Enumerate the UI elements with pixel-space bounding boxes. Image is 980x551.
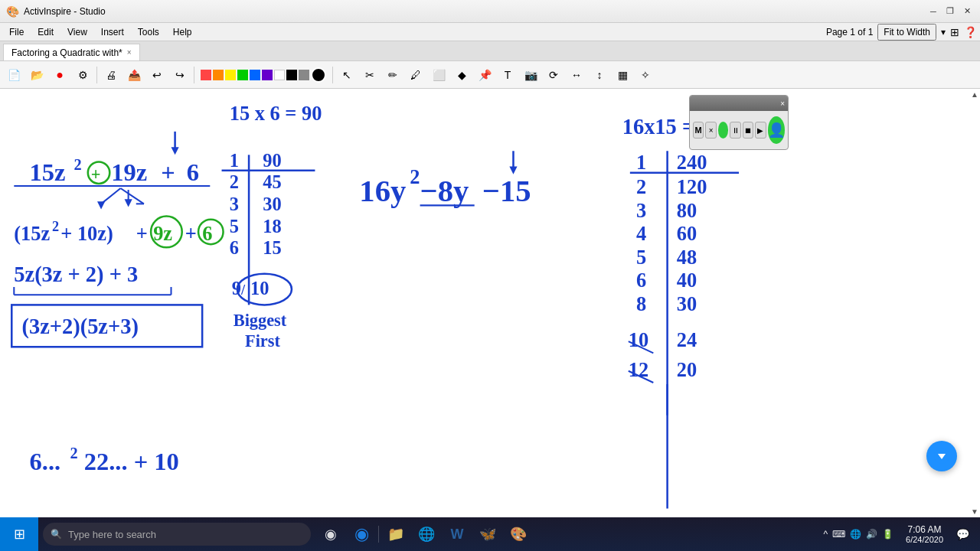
media-close-button[interactable]: ×	[705, 122, 716, 139]
fit-to-width-button[interactable]: Fit to Width	[877, 24, 936, 41]
color-red[interactable]	[201, 70, 211, 80]
tray-network[interactable]: 🌐	[848, 527, 863, 541]
grid-tool[interactable]: ▦	[612, 64, 633, 86]
color-black[interactable]	[286, 70, 297, 80]
close-button[interactable]: ✕	[960, 5, 974, 18]
fit-arrow-icon[interactable]: ▾	[941, 27, 946, 37]
doc-tab-label: Factoring a Quadratic with*	[11, 47, 122, 58]
search-icon: 🔍	[51, 529, 62, 540]
layout-icon[interactable]: ⊞	[950, 26, 959, 38]
canvas[interactable]: 15 x 6 = 90 15z 2 + 19z + 6	[0, 89, 980, 517]
taskbar-bird-icon[interactable]: 🦋	[472, 517, 503, 551]
tray-battery[interactable]: 🔋	[880, 527, 895, 541]
color-yellow[interactable]	[225, 70, 236, 80]
toolbar-sep-1	[96, 67, 97, 83]
menu-file[interactable]: File	[3, 25, 30, 39]
svg-text:1: 1	[230, 150, 239, 171]
taskbar-edge-icon[interactable]: 🌐	[411, 517, 442, 551]
menu-help[interactable]: Help	[167, 25, 198, 39]
svg-text:8: 8	[636, 292, 646, 315]
app-title: ActivInspire - Studio	[24, 6, 106, 17]
print-button[interactable]: 🖨	[100, 64, 122, 86]
taskbar-activinspire-icon[interactable]: 🎨	[503, 517, 534, 551]
select-tool[interactable]: ↖	[336, 64, 358, 86]
redo-button[interactable]: ↪	[169, 64, 191, 86]
media-m-button[interactable]: M	[693, 122, 704, 139]
svg-marker-14	[97, 201, 105, 209]
export-button[interactable]: 📤	[123, 64, 145, 86]
svg-text:3: 3	[636, 199, 646, 222]
svg-text:19z: 19z	[111, 158, 147, 186]
start-button[interactable]: ⊞	[0, 517, 38, 551]
menu-insert[interactable]: Insert	[95, 25, 130, 39]
svg-text:30: 30	[677, 292, 697, 315]
search-bar[interactable]: 🔍 Type here to search	[43, 523, 311, 546]
tray-expand[interactable]: ^	[822, 527, 829, 541]
task-view-button[interactable]: ◉	[315, 517, 346, 551]
svg-marker-56	[509, 167, 517, 174]
fab-button[interactable]	[926, 441, 957, 471]
media-widget-close-button[interactable]: ×	[780, 99, 785, 108]
menu-tools[interactable]: Tools	[132, 25, 165, 39]
minimize-button[interactable]: ─	[926, 5, 940, 18]
menu-view[interactable]: View	[61, 25, 93, 39]
color-purple[interactable]	[262, 70, 273, 80]
camera-tool[interactable]: 📷	[520, 64, 541, 86]
tray-keyboard[interactable]: ⌨	[831, 527, 847, 541]
media-widget[interactable]: × M × ⏸ ⏹ ▶ 👤	[689, 95, 789, 150]
color-blue[interactable]	[250, 70, 260, 80]
stamp-tool[interactable]: 📌	[474, 64, 495, 86]
color-orange[interactable]	[213, 70, 224, 80]
maximize-button[interactable]: ❐	[943, 5, 957, 18]
cortana-icon[interactable]: ◉	[346, 517, 377, 551]
scroll-down-button[interactable]: ▼	[971, 507, 978, 516]
scroll-up-button[interactable]: ▲	[971, 90, 978, 99]
open-button[interactable]: 📂	[26, 64, 47, 86]
doc-tab[interactable]: Factoring a Quadratic with* ×	[3, 44, 140, 60]
svg-text:240: 240	[677, 151, 707, 174]
color-gray[interactable]	[299, 70, 309, 80]
shape-tool[interactable]: ◆	[451, 64, 472, 86]
svg-text:12: 12	[629, 358, 648, 381]
menu-edit[interactable]: Edit	[31, 25, 60, 39]
svg-text:40: 40	[677, 269, 697, 292]
more-tool[interactable]: ✧	[635, 64, 656, 86]
taskbar-word-icon[interactable]: W	[442, 517, 472, 551]
record-button[interactable]: ●	[49, 64, 70, 86]
doc-tab-close[interactable]: ×	[127, 48, 132, 57]
svg-text:−15: −15	[482, 174, 531, 208]
lines-tool[interactable]: ↕	[589, 64, 610, 86]
text-tool[interactable]: T	[497, 64, 518, 86]
help-icon[interactable]: ❓	[964, 26, 977, 38]
taskbar-files-icon[interactable]: 📁	[381, 517, 411, 551]
pen-color-indicator[interactable]	[311, 67, 326, 83]
menu-bar: File Edit View Insert Tools Help Page 1 …	[0, 23, 980, 41]
undo-button[interactable]: ↩	[146, 64, 168, 86]
media-stop-button[interactable]: ⏹	[743, 122, 753, 139]
svg-text:20: 20	[677, 358, 697, 381]
pen-tool[interactable]: ✏	[382, 64, 403, 86]
highlighter-tool[interactable]: 🖊	[405, 64, 426, 86]
media-play-button[interactable]: ▶	[755, 122, 766, 139]
rotate-tool[interactable]: ⟳	[543, 64, 564, 86]
svg-text:16y: 16y	[359, 174, 406, 208]
svg-text:5: 5	[636, 246, 646, 269]
settings-button[interactable]: ⚙	[72, 64, 93, 86]
toolbar-sep-2	[194, 67, 194, 83]
eraser-tool[interactable]: ⬜	[428, 64, 449, 86]
scissors-tool[interactable]: ✂	[359, 64, 381, 86]
notification-button[interactable]: 💬	[951, 517, 974, 551]
clock[interactable]: 7:06 AM 6/24/2020	[898, 524, 951, 544]
tray-volume[interactable]: 🔊	[864, 527, 879, 541]
media-pause-button[interactable]: ⏸	[730, 122, 740, 139]
color-green[interactable]	[237, 70, 248, 80]
svg-text:+: +	[136, 222, 148, 245]
svg-text:6: 6	[202, 222, 212, 245]
svg-text:10: 10	[629, 328, 648, 351]
svg-text:1: 1	[636, 151, 646, 174]
new-button[interactable]: 📄	[3, 64, 24, 86]
color-white[interactable]	[274, 70, 285, 80]
svg-text:Biggest: Biggest	[234, 311, 287, 330]
flip-tool[interactable]: ↔	[566, 64, 587, 86]
svg-text:22... + 10: 22... + 10	[84, 448, 179, 475]
